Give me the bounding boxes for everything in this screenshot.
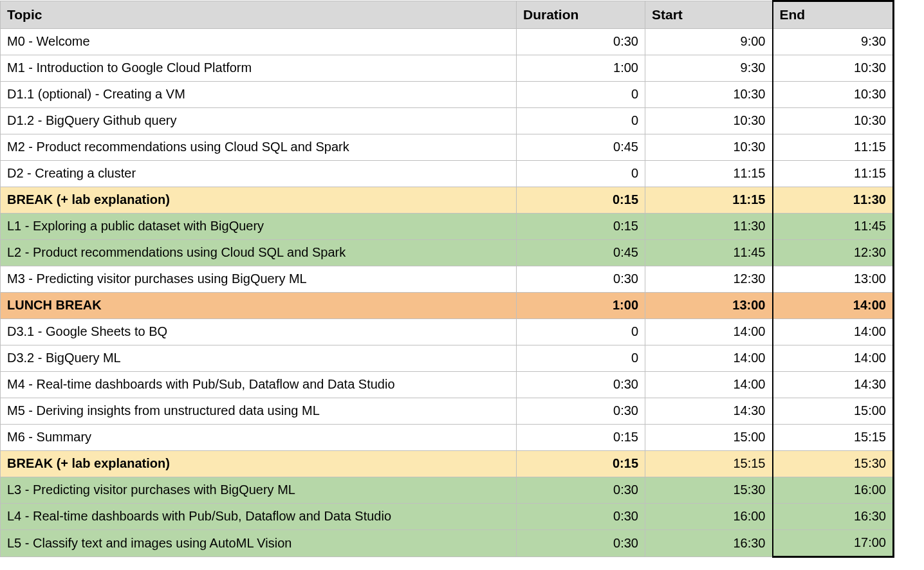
cell-end[interactable]: 10:30	[773, 55, 894, 82]
cell-start[interactable]: 14:30	[645, 398, 773, 425]
cell-end[interactable]: 15:00	[773, 398, 894, 425]
cell-start[interactable]: 10:30	[645, 134, 773, 161]
cell-duration[interactable]: 0:30	[517, 372, 645, 398]
cell-topic[interactable]: D3.2 - BigQuery ML	[1, 345, 517, 372]
cell-end[interactable]: 12:30	[773, 240, 894, 266]
table-row[interactable]: LUNCH BREAK1:0013:0014:00	[1, 293, 894, 319]
cell-duration[interactable]: 1:00	[517, 293, 645, 319]
cell-start[interactable]: 10:30	[645, 82, 773, 108]
table-row[interactable]: L4 - Real-time dashboards with Pub/Sub, …	[1, 504, 894, 530]
table-row[interactable]: BREAK (+ lab explanation)0:1511:1511:30	[1, 187, 894, 214]
cell-start[interactable]: 12:30	[645, 266, 773, 293]
table-row[interactable]: L3 - Predicting visitor purchases with B…	[1, 477, 894, 504]
cell-end[interactable]: 11:15	[773, 134, 894, 161]
cell-start[interactable]: 11:15	[645, 187, 773, 214]
cell-end[interactable]: 11:15	[773, 161, 894, 187]
cell-end[interactable]: 17:00	[773, 530, 894, 557]
cell-duration[interactable]: 0	[517, 345, 645, 372]
cell-duration[interactable]: 0:15	[517, 187, 645, 214]
cell-duration[interactable]: 0	[517, 82, 645, 108]
cell-end[interactable]: 14:00	[773, 319, 894, 345]
cell-topic[interactable]: BREAK (+ lab explanation)	[1, 451, 517, 477]
cell-end[interactable]: 15:30	[773, 451, 894, 477]
table-row[interactable]: M2 - Product recommendations using Cloud…	[1, 134, 894, 161]
cell-duration[interactable]: 0:45	[517, 240, 645, 266]
cell-topic[interactable]: M4 - Real-time dashboards with Pub/Sub, …	[1, 372, 517, 398]
cell-end[interactable]: 11:30	[773, 187, 894, 214]
cell-topic[interactable]: LUNCH BREAK	[1, 293, 517, 319]
cell-duration[interactable]: 0:30	[517, 477, 645, 504]
cell-start[interactable]: 15:00	[645, 425, 773, 451]
cell-topic[interactable]: M1 - Introduction to Google Cloud Platfo…	[1, 55, 517, 82]
cell-end[interactable]: 14:00	[773, 345, 894, 372]
cell-start[interactable]: 11:15	[645, 161, 773, 187]
cell-end[interactable]: 14:30	[773, 372, 894, 398]
table-row[interactable]: D3.1 - Google Sheets to BQ014:0014:00	[1, 319, 894, 345]
table-row[interactable]: L2 - Product recommendations using Cloud…	[1, 240, 894, 266]
cell-duration[interactable]: 0	[517, 108, 645, 134]
cell-topic[interactable]: L2 - Product recommendations using Cloud…	[1, 240, 517, 266]
table-row[interactable]: L5 - Classify text and images using Auto…	[1, 530, 894, 557]
cell-start[interactable]: 9:00	[645, 29, 773, 55]
cell-start[interactable]: 13:00	[645, 293, 773, 319]
table-row[interactable]: M4 - Real-time dashboards with Pub/Sub, …	[1, 372, 894, 398]
cell-topic[interactable]: L5 - Classify text and images using Auto…	[1, 530, 517, 557]
cell-topic[interactable]: M2 - Product recommendations using Cloud…	[1, 134, 517, 161]
cell-topic[interactable]: D2 - Creating a cluster	[1, 161, 517, 187]
cell-start[interactable]: 11:45	[645, 240, 773, 266]
cell-start[interactable]: 9:30	[645, 55, 773, 82]
cell-start[interactable]: 14:00	[645, 345, 773, 372]
table-row[interactable]: M1 - Introduction to Google Cloud Platfo…	[1, 55, 894, 82]
cell-start[interactable]: 15:30	[645, 477, 773, 504]
cell-start[interactable]: 14:00	[645, 372, 773, 398]
cell-duration[interactable]: 0:30	[517, 530, 645, 557]
cell-start[interactable]: 14:00	[645, 319, 773, 345]
cell-duration[interactable]: 0:30	[517, 504, 645, 530]
table-row[interactable]: BREAK (+ lab explanation)0:1515:1515:30	[1, 451, 894, 477]
cell-topic[interactable]: L1 - Exploring a public dataset with Big…	[1, 214, 517, 240]
cell-end[interactable]: 11:45	[773, 214, 894, 240]
cell-end[interactable]: 10:30	[773, 82, 894, 108]
cell-duration[interactable]: 0:15	[517, 214, 645, 240]
cell-topic[interactable]: D3.1 - Google Sheets to BQ	[1, 319, 517, 345]
cell-topic[interactable]: M5 - Deriving insights from unstructured…	[1, 398, 517, 425]
cell-end[interactable]: 14:00	[773, 293, 894, 319]
cell-topic[interactable]: M3 - Predicting visitor purchases using …	[1, 266, 517, 293]
cell-end[interactable]: 9:30	[773, 29, 894, 55]
cell-start[interactable]: 16:30	[645, 530, 773, 557]
cell-topic[interactable]: BREAK (+ lab explanation)	[1, 187, 517, 214]
table-row[interactable]: M6 - Summary0:1515:0015:15	[1, 425, 894, 451]
cell-topic[interactable]: D1.2 - BigQuery Github query	[1, 108, 517, 134]
table-row[interactable]: D1.2 - BigQuery Github query010:3010:30	[1, 108, 894, 134]
cell-duration[interactable]: 0	[517, 319, 645, 345]
table-row[interactable]: M5 - Deriving insights from unstructured…	[1, 398, 894, 425]
cell-topic[interactable]: M0 - Welcome	[1, 29, 517, 55]
table-row[interactable]: L1 - Exploring a public dataset with Big…	[1, 214, 894, 240]
table-row[interactable]: M3 - Predicting visitor purchases using …	[1, 266, 894, 293]
cell-duration[interactable]: 0:15	[517, 425, 645, 451]
cell-end[interactable]: 10:30	[773, 108, 894, 134]
cell-duration[interactable]: 0	[517, 161, 645, 187]
cell-end[interactable]: 13:00	[773, 266, 894, 293]
cell-start[interactable]: 11:30	[645, 214, 773, 240]
cell-duration[interactable]: 0:30	[517, 266, 645, 293]
table-row[interactable]: D1.1 (optional) - Creating a VM010:3010:…	[1, 82, 894, 108]
cell-duration[interactable]: 0:30	[517, 29, 645, 55]
cell-end[interactable]: 16:30	[773, 504, 894, 530]
cell-start[interactable]: 16:00	[645, 504, 773, 530]
cell-end[interactable]: 16:00	[773, 477, 894, 504]
cell-duration[interactable]: 0:15	[517, 451, 645, 477]
cell-topic[interactable]: L4 - Real-time dashboards with Pub/Sub, …	[1, 504, 517, 530]
cell-duration[interactable]: 1:00	[517, 55, 645, 82]
cell-end[interactable]: 15:15	[773, 425, 894, 451]
cell-topic[interactable]: D1.1 (optional) - Creating a VM	[1, 82, 517, 108]
table-row[interactable]: M0 - Welcome0:309:009:30	[1, 29, 894, 55]
table-row[interactable]: D2 - Creating a cluster011:1511:15	[1, 161, 894, 187]
cell-duration[interactable]: 0:45	[517, 134, 645, 161]
cell-start[interactable]: 10:30	[645, 108, 773, 134]
cell-duration[interactable]: 0:30	[517, 398, 645, 425]
table-row[interactable]: D3.2 - BigQuery ML014:0014:00	[1, 345, 894, 372]
cell-topic[interactable]: L3 - Predicting visitor purchases with B…	[1, 477, 517, 504]
cell-topic[interactable]: M6 - Summary	[1, 425, 517, 451]
cell-start[interactable]: 15:15	[645, 451, 773, 477]
